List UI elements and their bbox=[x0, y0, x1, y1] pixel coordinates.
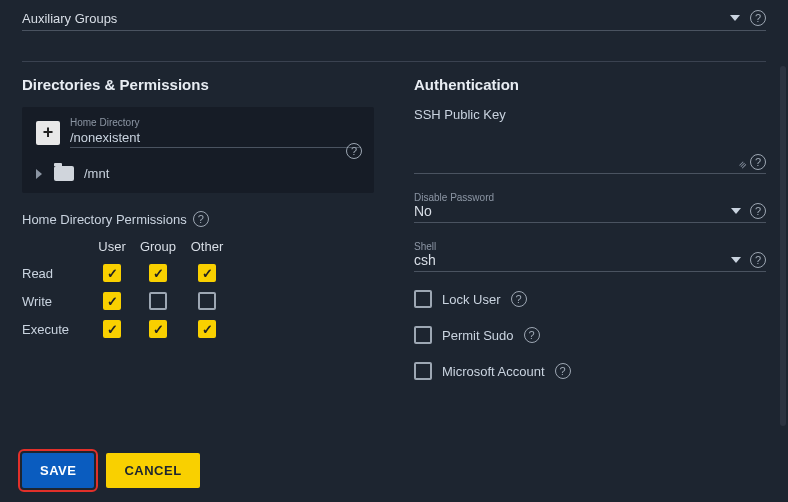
perm-row-read-label: Read bbox=[22, 266, 92, 281]
perm-write-other[interactable] bbox=[198, 292, 216, 310]
microsoft-account-label: Microsoft Account bbox=[442, 364, 545, 379]
directories-permissions-title: Directories & Permissions bbox=[22, 76, 374, 93]
help-icon[interactable]: ? bbox=[193, 211, 209, 227]
perm-write-user[interactable]: ✓ bbox=[103, 292, 121, 310]
permit-sudo-label: Permit Sudo bbox=[442, 328, 514, 343]
help-icon[interactable]: ? bbox=[524, 327, 540, 343]
perm-row-execute-label: Execute bbox=[22, 322, 92, 337]
perm-read-group[interactable]: ✓ bbox=[149, 264, 167, 282]
disable-password-value: No bbox=[414, 203, 731, 219]
perm-execute-user[interactable]: ✓ bbox=[103, 320, 121, 338]
home-permissions-label: Home Directory Permissions bbox=[22, 212, 187, 227]
perm-row-write-label: Write bbox=[22, 294, 92, 309]
help-icon[interactable]: ? bbox=[555, 363, 571, 379]
perm-execute-other[interactable]: ✓ bbox=[198, 320, 216, 338]
expand-icon[interactable]: + bbox=[36, 121, 60, 145]
chevron-right-icon bbox=[36, 169, 42, 179]
shell-select[interactable]: csh ? bbox=[414, 252, 766, 272]
chevron-down-icon bbox=[730, 15, 740, 21]
disable-password-label: Disable Password bbox=[414, 192, 766, 203]
help-icon[interactable]: ? bbox=[511, 291, 527, 307]
scrollbar[interactable] bbox=[780, 66, 786, 426]
section-divider bbox=[22, 61, 766, 62]
microsoft-account-checkbox[interactable] bbox=[414, 362, 432, 380]
auxiliary-groups-label: Auxiliary Groups bbox=[22, 11, 730, 26]
help-icon[interactable]: ? bbox=[750, 154, 766, 170]
perm-read-user[interactable]: ✓ bbox=[103, 264, 121, 282]
resize-handle-icon[interactable]: ≡ bbox=[735, 160, 747, 172]
help-icon[interactable]: ? bbox=[346, 143, 362, 159]
perm-execute-group[interactable]: ✓ bbox=[149, 320, 167, 338]
home-directory-label: Home Directory bbox=[70, 117, 360, 128]
lock-user-checkbox[interactable] bbox=[414, 290, 432, 308]
save-button[interactable]: SAVE bbox=[22, 453, 94, 488]
auxiliary-groups-select[interactable]: Auxiliary Groups ? bbox=[22, 4, 766, 31]
ssh-key-label: SSH Public Key bbox=[414, 107, 766, 122]
lock-user-label: Lock User bbox=[442, 292, 501, 307]
tree-node-mnt[interactable]: /mnt bbox=[36, 166, 360, 181]
perm-write-group[interactable] bbox=[149, 292, 167, 310]
help-icon[interactable]: ? bbox=[750, 203, 766, 219]
chevron-down-icon bbox=[731, 208, 741, 214]
cancel-button[interactable]: CANCEL bbox=[106, 453, 199, 488]
shell-value: csh bbox=[414, 252, 731, 268]
help-icon[interactable]: ? bbox=[750, 10, 766, 26]
perm-read-other[interactable]: ✓ bbox=[198, 264, 216, 282]
authentication-title: Authentication bbox=[414, 76, 766, 93]
directory-tree-panel: + Home Directory ? /mnt bbox=[22, 107, 374, 193]
folder-icon bbox=[54, 166, 74, 181]
permissions-table: User Group Other Read ✓ ✓ ✓ Write ✓ bbox=[22, 239, 374, 338]
home-directory-input[interactable] bbox=[70, 128, 360, 148]
tree-node-label: /mnt bbox=[84, 166, 109, 181]
chevron-down-icon bbox=[731, 257, 741, 263]
perm-header-user: User bbox=[92, 239, 132, 254]
perm-header-other: Other bbox=[184, 239, 230, 254]
perm-header-group: Group bbox=[132, 239, 184, 254]
help-icon[interactable]: ? bbox=[750, 252, 766, 268]
permit-sudo-checkbox[interactable] bbox=[414, 326, 432, 344]
disable-password-select[interactable]: No ? bbox=[414, 203, 766, 223]
ssh-key-input[interactable]: ≡ ? bbox=[414, 146, 766, 174]
shell-label: Shell bbox=[414, 241, 766, 252]
